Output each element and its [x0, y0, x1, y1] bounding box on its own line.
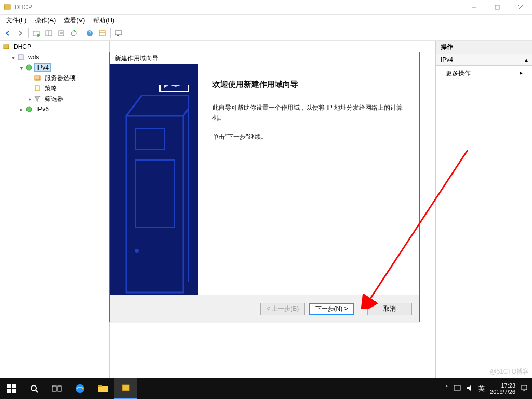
collapse-icon[interactable]: ▾ — [18, 64, 25, 71]
maximize-button[interactable] — [485, 0, 509, 15]
actions-more[interactable]: 更多操作 ▸ — [436, 66, 532, 81]
svg-rect-49 — [522, 385, 527, 390]
tree-filters[interactable]: ▸ 筛选器 — [0, 94, 109, 104]
wizard-banner-graphic — [121, 85, 189, 303]
wizard-continue-hint: 单击"下一步"继续。 — [212, 132, 405, 142]
ipv6-icon — [25, 105, 33, 113]
expand-icon[interactable]: ▸ — [18, 105, 25, 113]
back-button: < 上一步(B) — [260, 303, 305, 315]
svg-point-13 — [71, 31, 76, 36]
tree-label: 策略 — [43, 84, 59, 94]
menu-file[interactable]: 文件(F) — [2, 15, 31, 26]
taskbar-ie[interactable] — [69, 378, 91, 399]
tray-network-icon[interactable] — [454, 384, 461, 393]
svg-rect-1 — [5, 6, 9, 6]
svg-point-7 — [37, 34, 40, 37]
svg-rect-48 — [454, 385, 460, 390]
toolbar-window-button[interactable] — [43, 28, 55, 39]
tree-root-dhcp[interactable]: DHCP — [0, 42, 109, 52]
minimize-button[interactable] — [462, 0, 485, 15]
wizard-banner — [110, 64, 198, 295]
tree-label: DHCP — [11, 43, 33, 51]
dhcp-icon — [2, 43, 10, 51]
actions-more-label: 更多操作 — [446, 70, 471, 77]
svg-rect-19 — [117, 35, 119, 36]
taskbar-explorer[interactable] — [91, 378, 114, 399]
tray-ime[interactable]: 英 — [478, 384, 485, 393]
toolbar-properties-button[interactable] — [56, 28, 67, 39]
wizard-content: 欢迎使用新建作用域向导 此向导可帮助你设置一个作用域，以便将 IP 地址分发给网… — [198, 64, 419, 295]
expand-icon[interactable]: ▸ — [26, 95, 33, 102]
menu-view[interactable]: 查看(V) — [60, 15, 89, 26]
svg-rect-37 — [12, 384, 16, 388]
clock-date: 2019/7/26 — [490, 389, 515, 395]
toolbar-monitor-button[interactable] — [113, 28, 124, 39]
svg-text:?: ? — [88, 31, 91, 36]
tree-server-options[interactable]: 服务器选项 — [0, 73, 109, 83]
tree-label: IPv6 — [34, 105, 51, 113]
tray-notifications-icon[interactable] — [521, 384, 528, 393]
tray-chevron-icon[interactable]: ˄ — [445, 385, 448, 392]
chevron-right-icon: ▸ — [520, 69, 523, 76]
chevron-up-icon: ▴ — [525, 56, 528, 63]
tree-ipv4[interactable]: ▾ IPv4 — [0, 62, 109, 73]
svg-rect-46 — [98, 385, 102, 387]
system-tray: ˄ 英 17:23 2019/7/26 — [445, 382, 532, 395]
svg-rect-10 — [59, 31, 64, 36]
svg-point-22 — [26, 65, 32, 70]
wizard-heading: 欢迎使用新建作用域向导 — [212, 79, 405, 89]
wizard-description: 此向导可帮助你设置一个作用域，以便将 IP 地址分发给网络上的计算机。 — [212, 103, 405, 123]
nav-back-button[interactable] — [2, 28, 14, 39]
svg-rect-36 — [7, 384, 11, 388]
tree-label: IPv4 — [34, 63, 51, 72]
actions-header: 操作 — [436, 41, 532, 54]
toolbar-calendar-button[interactable] — [97, 28, 108, 39]
svg-rect-18 — [115, 31, 122, 35]
svg-rect-39 — [12, 389, 16, 393]
menu-action[interactable]: 操作(A) — [31, 15, 60, 26]
tray-clock[interactable]: 17:23 2019/7/26 — [490, 382, 515, 395]
toolbar-refresh-button[interactable] — [68, 28, 79, 39]
toolbar-help-button[interactable]: ? — [84, 28, 96, 39]
svg-line-41 — [36, 390, 38, 392]
toolbar-add-button[interactable] — [31, 28, 42, 39]
svg-rect-47 — [122, 385, 129, 391]
close-button[interactable] — [509, 0, 532, 15]
cancel-button[interactable]: 取消 — [367, 303, 412, 315]
tree-label: 筛选器 — [43, 94, 65, 104]
content-pane: 新建作用域向导 — [109, 41, 436, 378]
svg-rect-21 — [18, 55, 23, 60]
menu-help[interactable]: 帮助(H) — [89, 15, 118, 26]
ipv4-icon — [25, 63, 33, 72]
svg-rect-42 — [52, 386, 56, 391]
search-button[interactable] — [23, 378, 46, 399]
taskview-button[interactable] — [46, 378, 69, 399]
taskbar-dhcp[interactable] — [114, 378, 137, 399]
svg-rect-16 — [99, 31, 105, 36]
collapse-icon[interactable]: ▾ — [9, 54, 17, 61]
svg-rect-43 — [58, 386, 61, 391]
svg-rect-24 — [35, 86, 39, 91]
clock-time: 17:23 — [490, 382, 515, 389]
start-button[interactable] — [0, 378, 23, 399]
tree-label: wds — [26, 53, 41, 61]
tree-label: 服务器选项 — [43, 73, 78, 83]
svg-point-40 — [31, 385, 36, 391]
options-icon — [33, 74, 42, 82]
svg-line-28 — [183, 108, 189, 116]
window-titlebar: DHCP — [0, 0, 532, 15]
tree-policies[interactable]: 策略 — [0, 83, 109, 94]
tree-pane[interactable]: DHCP ▾ wds ▾ IPv4 服务器选项 策略 ▸ 筛选器 ▸ — [0, 41, 109, 378]
actions-pane: 操作 IPv4 ▴ 更多操作 ▸ — [436, 41, 532, 378]
svg-rect-20 — [4, 45, 9, 49]
nav-forward-button[interactable] — [15, 28, 26, 39]
actions-selection[interactable]: IPv4 ▴ — [436, 54, 532, 66]
tray-volume-icon[interactable] — [466, 384, 473, 393]
svg-rect-0 — [4, 5, 10, 9]
server-icon — [17, 53, 25, 61]
next-button[interactable]: 下一步(N) > — [309, 303, 354, 315]
svg-point-25 — [26, 107, 32, 112]
svg-rect-45 — [98, 386, 108, 392]
tree-ipv6[interactable]: ▸ IPv6 — [0, 104, 109, 114]
tree-server[interactable]: ▾ wds — [0, 52, 109, 62]
